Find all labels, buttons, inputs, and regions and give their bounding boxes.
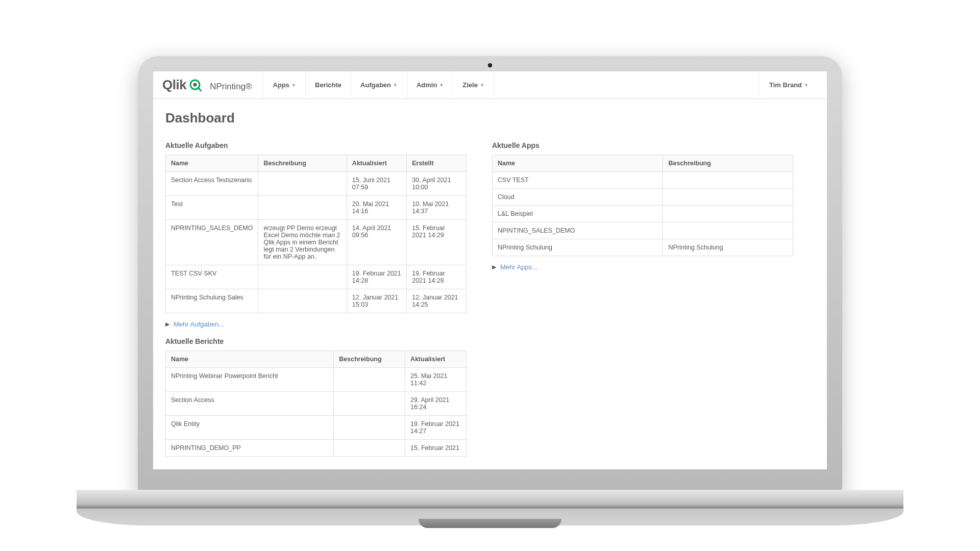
reports-th-updated[interactable]: Aktualisiert: [405, 351, 467, 368]
tasks-th-name[interactable]: Name: [166, 155, 258, 172]
reports-th-desc[interactable]: Beschreibung: [334, 351, 405, 368]
table-row: NPINTING_SALES_DEMO: [493, 222, 793, 239]
task-desc-cell: [258, 172, 347, 196]
nav-admin[interactable]: Admin ▼: [407, 71, 453, 98]
more-apps-link[interactable]: ▶ Mehr Apps...: [492, 263, 793, 271]
reports-section-title: Aktuelle Berichte: [165, 337, 467, 345]
task-name-cell[interactable]: TEST CSV SKV: [166, 265, 258, 289]
brand-product-text: NPrinting®: [210, 82, 252, 92]
task-name-cell[interactable]: NPrinting Schulung Sales: [166, 289, 258, 313]
task-desc-cell: erzeugt PP Demo erzeugt Excel Demo möcht…: [258, 220, 347, 265]
table-row: TEST CSV SKV 19. Februar 2021 14:28 19. …: [166, 265, 467, 289]
chevron-down-icon: ▼: [393, 83, 398, 88]
app-desc-cell: NPrinting Schulung: [663, 239, 793, 256]
nav-apps[interactable]: Apps ▼: [263, 71, 305, 98]
app-name-cell[interactable]: Cloud: [493, 189, 663, 206]
app-desc-cell: [663, 172, 793, 189]
tasks-table: Name Beschreibung Aktualisiert Erstellt …: [165, 155, 467, 313]
nav-apps-label: Apps: [273, 81, 290, 89]
tasks-th-desc[interactable]: Beschreibung: [258, 155, 347, 172]
user-menu[interactable]: Tim Brand ▼: [760, 71, 818, 98]
app-desc-cell: [663, 189, 793, 206]
reports-tbody: NPrinting Webinar Powerpoint Bericht 25.…: [166, 368, 467, 457]
task-created-cell: 12. Januar 2021 14:25: [407, 289, 467, 313]
table-row: NPrinting Schulung Sales 12. Januar 2021…: [166, 289, 467, 313]
app-name-cell[interactable]: CSV TEST: [493, 172, 663, 189]
app-name-cell[interactable]: NPINTING_SALES_DEMO: [493, 222, 663, 239]
task-updated-cell: 20. Mai 2021 14:16: [347, 196, 406, 220]
table-row: Section Access Testszenario 15. Juni 202…: [166, 172, 467, 196]
more-tasks-link[interactable]: ▶ Mehr Aufgaben...: [165, 320, 467, 328]
nav-aufgaben[interactable]: Aufgaben ▼: [351, 71, 407, 98]
page-title: Dashboard: [165, 110, 815, 126]
task-updated-cell: 14. April 2021 09:56: [347, 220, 406, 265]
app-desc-cell: [663, 206, 793, 222]
task-created-cell: 10. Mai 2021 14:37: [407, 196, 467, 220]
table-row: Qlik Entity 19. Februar 2021 14:27: [166, 416, 467, 440]
app-name-cell[interactable]: NPrinting Schulung: [493, 239, 663, 256]
chevron-down-icon: ▼: [439, 83, 444, 88]
reports-table: Name Beschreibung Aktualisiert NPrinting…: [165, 350, 467, 457]
nav-ziele[interactable]: Ziele ▼: [453, 71, 494, 98]
apps-tbody: CSV TEST Cloud L&L Beispiel NPINTING_SAL…: [493, 172, 793, 256]
apps-th-desc[interactable]: Beschreibung: [663, 155, 793, 172]
task-desc-cell: [258, 196, 347, 220]
triangle-right-icon: ▶: [492, 264, 496, 270]
tasks-th-updated[interactable]: Aktualisiert: [347, 155, 406, 172]
webcam-icon: [488, 63, 492, 67]
report-name-cell[interactable]: NPRINTING_DEMO_PP: [166, 440, 334, 457]
app-screen: Qlik NPrinting® Apps ▼ Berichte: [153, 71, 827, 469]
table-row: NPRINTING_DEMO_PP 15. Februar 2021: [166, 440, 467, 457]
qlik-logo-icon: [189, 79, 202, 91]
laptop-base: [77, 490, 903, 525]
task-updated-cell: 15. Juni 2021 07:59: [347, 172, 406, 196]
svg-point-1: [193, 83, 197, 87]
chevron-down-icon: ▼: [291, 83, 296, 88]
report-updated-cell: 29. April 2021 16:24: [405, 392, 467, 416]
table-row: Cloud: [493, 189, 793, 206]
chevron-down-icon: ▼: [804, 83, 808, 88]
apps-section-title: Aktuelle Apps: [492, 141, 793, 149]
task-created-cell: 19. Februar 2021 14:28: [407, 265, 467, 289]
laptop-frame: Qlik NPrinting® Apps ▼ Berichte: [138, 56, 842, 495]
table-row: NPrinting Schulung NPrinting Schulung: [493, 239, 793, 256]
task-name-cell[interactable]: NPRINTING_SALES_DEMO: [166, 220, 258, 265]
task-name-cell[interactable]: Section Access Testszenario: [166, 172, 258, 196]
nav-aufgaben-label: Aufgaben: [360, 81, 391, 89]
table-row: Section Access 29. April 2021 16:24: [166, 392, 467, 416]
nav-items: Apps ▼ Berichte Aufgaben ▼ Admin ▼ Ziele…: [263, 71, 494, 98]
tasks-section-title: Aktuelle Aufgaben: [165, 141, 467, 149]
app-desc-cell: [663, 222, 793, 239]
app-name-cell[interactable]: L&L Beispiel: [493, 206, 663, 222]
task-updated-cell: 19. Februar 2021 14:28: [347, 265, 406, 289]
table-row: Test 20. Mai 2021 14:16 10. Mai 2021 14:…: [166, 196, 467, 220]
task-created-cell: 15. Februar 2021 14:29: [407, 220, 467, 265]
task-name-cell[interactable]: Test: [166, 196, 258, 220]
nav-ziele-label: Ziele: [462, 81, 478, 89]
apps-table: Name Beschreibung CSV TEST Cloud: [492, 155, 793, 256]
table-row: L&L Beispiel: [493, 206, 793, 222]
report-desc-cell: [334, 368, 405, 392]
report-name-cell[interactable]: Section Access: [166, 392, 334, 416]
tasks-th-created[interactable]: Erstellt: [407, 155, 467, 172]
report-updated-cell: 15. Februar 2021: [405, 440, 467, 457]
table-row: NPRINTING_SALES_DEMO erzeugt PP Demo erz…: [166, 220, 467, 265]
task-desc-cell: [258, 265, 347, 289]
report-updated-cell: 25. Mai 2021 11:42: [405, 368, 467, 392]
task-updated-cell: 12. Januar 2021 15:03: [347, 289, 406, 313]
table-row: NPrinting Webinar Powerpoint Bericht 25.…: [166, 368, 467, 392]
apps-th-name[interactable]: Name: [493, 155, 663, 172]
dashboard-content: Dashboard Aktuelle Aufgaben Name Beschre…: [153, 99, 827, 468]
table-row: CSV TEST: [493, 172, 793, 189]
user-name: Tim Brand: [769, 81, 802, 89]
nav-admin-label: Admin: [416, 81, 437, 89]
more-apps-label: Mehr Apps...: [500, 263, 537, 271]
report-name-cell[interactable]: NPrinting Webinar Powerpoint Bericht: [166, 368, 334, 392]
reports-th-name[interactable]: Name: [166, 351, 334, 368]
task-desc-cell: [258, 289, 347, 313]
report-name-cell[interactable]: Qlik Entity: [166, 416, 334, 440]
more-tasks-label: Mehr Aufgaben...: [174, 320, 224, 328]
laptop-hinge: [419, 519, 561, 528]
nav-berichte[interactable]: Berichte: [305, 71, 351, 98]
top-navigation: Qlik NPrinting® Apps ▼ Berichte: [153, 71, 827, 99]
